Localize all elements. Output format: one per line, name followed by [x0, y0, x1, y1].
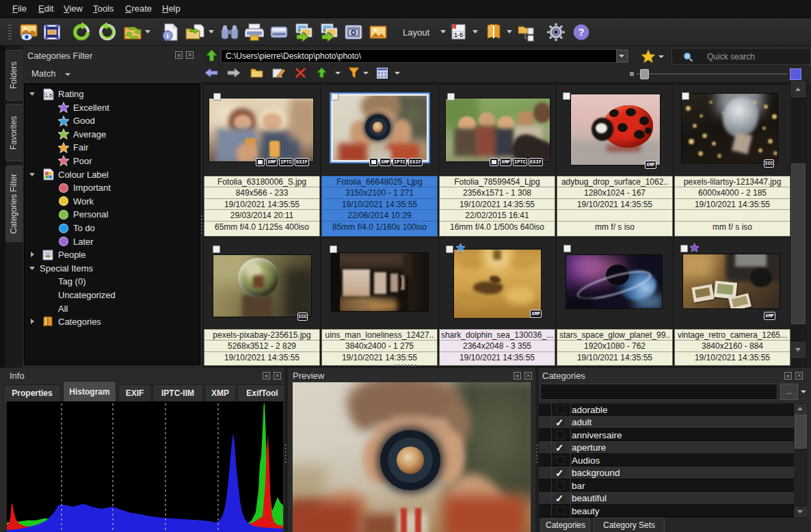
svg-text:i: i: [166, 31, 168, 40]
svg-text:1-5: 1-5: [45, 93, 52, 98]
svg-text:1-5: 1-5: [454, 31, 463, 38]
svg-text:?: ?: [579, 27, 585, 38]
